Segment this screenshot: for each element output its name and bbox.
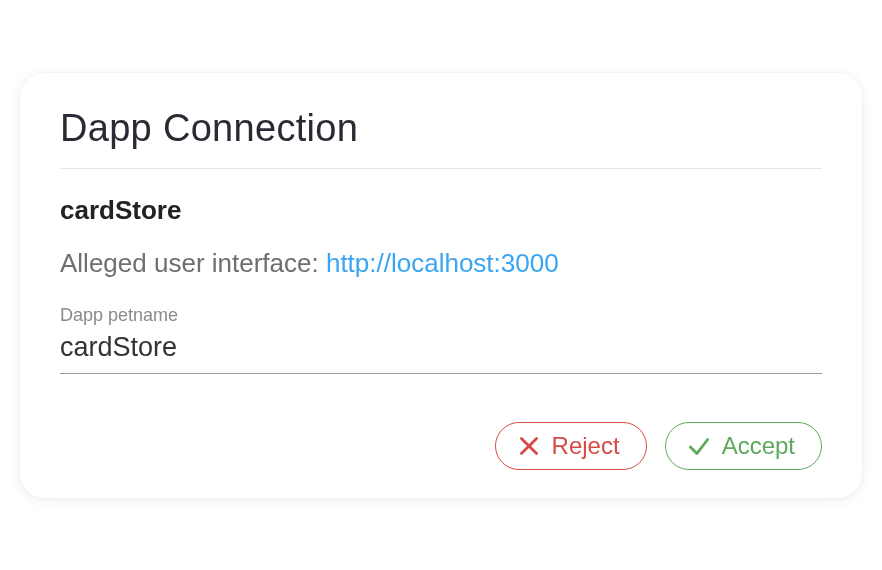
accept-button-label: Accept: [722, 434, 795, 458]
actions-row: Reject Accept: [60, 422, 822, 470]
petname-label: Dapp petname: [60, 305, 822, 326]
accept-button[interactable]: Accept: [665, 422, 822, 470]
divider: [60, 168, 822, 169]
dapp-name: cardStore: [60, 195, 822, 226]
check-icon: [686, 433, 712, 459]
dapp-connection-card: Dapp Connection cardStore Alleged user i…: [20, 73, 862, 498]
alleged-ui-url[interactable]: http://localhost:3000: [326, 248, 559, 278]
reject-button[interactable]: Reject: [495, 422, 647, 470]
alleged-ui-prefix: Alleged user interface:: [60, 248, 326, 278]
petname-input[interactable]: [60, 328, 822, 374]
close-icon: [516, 433, 542, 459]
alleged-ui-line: Alleged user interface: http://localhost…: [60, 248, 822, 279]
card-title: Dapp Connection: [60, 107, 822, 150]
reject-button-label: Reject: [552, 434, 620, 458]
